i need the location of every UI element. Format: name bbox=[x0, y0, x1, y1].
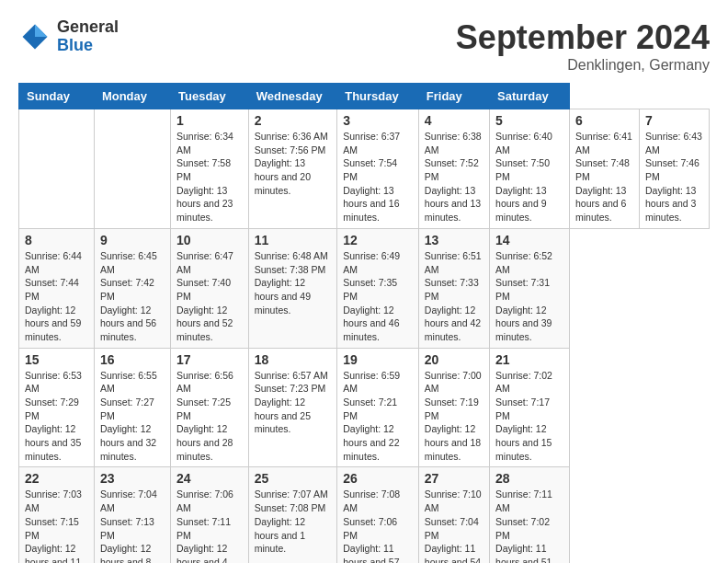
calendar-cell: 24Sunrise: 7:06 AMSunset: 7:11 PMDayligh… bbox=[171, 467, 249, 563]
calendar-cell: 1Sunrise: 6:34 AMSunset: 7:58 PMDaylight… bbox=[171, 109, 249, 229]
day-number: 16 bbox=[100, 352, 165, 367]
calendar-cell: 19Sunrise: 6:59 AMSunset: 7:21 PMDayligh… bbox=[337, 348, 419, 467]
day-number: 26 bbox=[343, 471, 413, 486]
svg-marker-1 bbox=[35, 24, 48, 37]
day-detail: Sunrise: 6:47 AMSunset: 7:40 PMDaylight:… bbox=[176, 249, 243, 344]
day-detail: Sunrise: 7:11 AMSunset: 7:02 PMDaylight:… bbox=[495, 488, 563, 563]
day-detail: Sunrise: 7:06 AMSunset: 7:11 PMDaylight:… bbox=[176, 488, 243, 563]
day-number: 13 bbox=[425, 233, 483, 247]
calendar-cell: 14Sunrise: 6:52 AMSunset: 7:31 PMDayligh… bbox=[490, 228, 570, 348]
calendar-cell: 23Sunrise: 7:04 AMSunset: 7:13 PMDayligh… bbox=[94, 467, 170, 563]
calendar-cell: 15Sunrise: 6:53 AMSunset: 7:29 PMDayligh… bbox=[19, 348, 95, 467]
day-number: 11 bbox=[255, 233, 332, 247]
day-number: 12 bbox=[343, 233, 413, 247]
weekday-header-row: SundayMondayTuesdayWednesdayThursdayFrid… bbox=[19, 84, 710, 109]
month-title: September 2024 bbox=[456, 18, 710, 57]
day-detail: Sunrise: 6:40 AMSunset: 7:50 PMDaylight:… bbox=[495, 130, 563, 224]
calendar-cell: 27Sunrise: 7:10 AMSunset: 7:04 PMDayligh… bbox=[418, 467, 489, 563]
weekday-header-friday: Friday bbox=[418, 84, 489, 109]
day-number: 20 bbox=[425, 352, 483, 367]
weekday-header-wednesday: Wednesday bbox=[248, 84, 337, 109]
title-block: September 2024 Denklingen, Germany bbox=[456, 18, 710, 74]
calendar-cell: 20Sunrise: 7:00 AMSunset: 7:19 PMDayligh… bbox=[418, 348, 489, 467]
day-number: 15 bbox=[25, 352, 88, 367]
day-detail: Sunrise: 6:57 AMSunset: 7:23 PMDaylight:… bbox=[255, 369, 332, 436]
day-number: 22 bbox=[25, 471, 88, 486]
location: Denklingen, Germany bbox=[456, 57, 710, 74]
day-number: 21 bbox=[495, 352, 563, 367]
day-detail: Sunrise: 6:38 AMSunset: 7:52 PMDaylight:… bbox=[425, 130, 483, 224]
day-detail: Sunrise: 6:34 AMSunset: 7:58 PMDaylight:… bbox=[176, 130, 243, 224]
calendar-cell: 6Sunrise: 6:41 AMSunset: 7:48 PMDaylight… bbox=[569, 109, 639, 229]
calendar-cell: 2Sunrise: 6:36 AMSunset: 7:56 PMDaylight… bbox=[248, 109, 337, 229]
day-detail: Sunrise: 6:55 AMSunset: 7:27 PMDaylight:… bbox=[100, 369, 165, 464]
day-number: 3 bbox=[343, 113, 413, 128]
calendar-cell: 7Sunrise: 6:43 AMSunset: 7:46 PMDaylight… bbox=[639, 109, 709, 229]
weekday-header-thursday: Thursday bbox=[337, 84, 419, 109]
day-detail: Sunrise: 7:07 AMSunset: 7:08 PMDaylight:… bbox=[255, 488, 332, 555]
day-detail: Sunrise: 6:45 AMSunset: 7:42 PMDaylight:… bbox=[100, 249, 165, 344]
day-number: 10 bbox=[176, 233, 243, 247]
calendar-cell: 21Sunrise: 7:02 AMSunset: 7:17 PMDayligh… bbox=[490, 348, 570, 467]
calendar-cell: 17Sunrise: 6:56 AMSunset: 7:25 PMDayligh… bbox=[171, 348, 249, 467]
day-number: 2 bbox=[255, 113, 332, 128]
calendar-week-row: 8Sunrise: 6:44 AMSunset: 7:44 PMDaylight… bbox=[19, 228, 710, 348]
day-number: 27 bbox=[425, 471, 483, 486]
calendar-cell: 28Sunrise: 7:11 AMSunset: 7:02 PMDayligh… bbox=[490, 467, 570, 563]
day-number: 24 bbox=[176, 471, 243, 486]
logo-general-text: General bbox=[57, 18, 119, 37]
calendar-cell: 3Sunrise: 6:37 AMSunset: 7:54 PMDaylight… bbox=[337, 109, 419, 229]
calendar-cell: 4Sunrise: 6:38 AMSunset: 7:52 PMDaylight… bbox=[418, 109, 489, 229]
logo-blue-text: Blue bbox=[57, 37, 119, 55]
day-detail: Sunrise: 6:44 AMSunset: 7:44 PMDaylight:… bbox=[25, 249, 88, 344]
calendar-cell bbox=[94, 109, 170, 229]
calendar-cell: 12Sunrise: 6:49 AMSunset: 7:35 PMDayligh… bbox=[337, 228, 419, 348]
day-detail: Sunrise: 6:51 AMSunset: 7:33 PMDaylight:… bbox=[425, 249, 483, 344]
day-detail: Sunrise: 6:59 AMSunset: 7:21 PMDaylight:… bbox=[343, 369, 413, 464]
logo-icon bbox=[18, 20, 51, 53]
day-number: 23 bbox=[100, 471, 165, 486]
day-number: 4 bbox=[425, 113, 483, 128]
day-detail: Sunrise: 6:48 AMSunset: 7:38 PMDaylight:… bbox=[255, 249, 332, 316]
day-detail: Sunrise: 7:04 AMSunset: 7:13 PMDaylight:… bbox=[100, 488, 165, 563]
calendar-cell: 18Sunrise: 6:57 AMSunset: 7:23 PMDayligh… bbox=[248, 348, 337, 467]
calendar-cell: 13Sunrise: 6:51 AMSunset: 7:33 PMDayligh… bbox=[418, 228, 489, 348]
calendar-week-row: 1Sunrise: 6:34 AMSunset: 7:58 PMDaylight… bbox=[19, 109, 710, 229]
day-detail: Sunrise: 6:53 AMSunset: 7:29 PMDaylight:… bbox=[25, 369, 88, 464]
day-number: 19 bbox=[343, 352, 413, 367]
day-detail: Sunrise: 6:36 AMSunset: 7:56 PMDaylight:… bbox=[255, 130, 332, 197]
day-detail: Sunrise: 7:08 AMSunset: 7:06 PMDaylight:… bbox=[343, 488, 413, 563]
day-number: 5 bbox=[495, 113, 563, 128]
calendar-table: SundayMondayTuesdayWednesdayThursdayFrid… bbox=[18, 83, 710, 563]
day-detail: Sunrise: 7:00 AMSunset: 7:19 PMDaylight:… bbox=[425, 369, 483, 464]
weekday-header-saturday: Saturday bbox=[490, 84, 570, 109]
day-number: 28 bbox=[495, 471, 563, 486]
day-number: 7 bbox=[645, 113, 703, 128]
day-number: 8 bbox=[25, 233, 88, 247]
calendar-cell: 25Sunrise: 7:07 AMSunset: 7:08 PMDayligh… bbox=[248, 467, 337, 563]
day-detail: Sunrise: 7:02 AMSunset: 7:17 PMDaylight:… bbox=[495, 369, 563, 464]
weekday-header-sunday: Sunday bbox=[19, 84, 95, 109]
day-number: 25 bbox=[255, 471, 332, 486]
day-detail: Sunrise: 6:49 AMSunset: 7:35 PMDaylight:… bbox=[343, 249, 413, 344]
calendar-cell: 10Sunrise: 6:47 AMSunset: 7:40 PMDayligh… bbox=[171, 228, 249, 348]
day-number: 18 bbox=[255, 352, 332, 367]
day-detail: Sunrise: 6:56 AMSunset: 7:25 PMDaylight:… bbox=[176, 369, 243, 464]
calendar-cell: 5Sunrise: 6:40 AMSunset: 7:50 PMDaylight… bbox=[490, 109, 570, 229]
calendar-cell: 8Sunrise: 6:44 AMSunset: 7:44 PMDaylight… bbox=[19, 228, 95, 348]
calendar-cell: 26Sunrise: 7:08 AMSunset: 7:06 PMDayligh… bbox=[337, 467, 419, 563]
calendar-cell: 9Sunrise: 6:45 AMSunset: 7:42 PMDaylight… bbox=[94, 228, 170, 348]
calendar-cell bbox=[19, 109, 95, 229]
calendar-cell: 11Sunrise: 6:48 AMSunset: 7:38 PMDayligh… bbox=[248, 228, 337, 348]
page-header: General Blue September 2024 Denklingen, … bbox=[18, 18, 710, 74]
calendar-week-row: 22Sunrise: 7:03 AMSunset: 7:15 PMDayligh… bbox=[19, 467, 710, 563]
calendar-cell: 16Sunrise: 6:55 AMSunset: 7:27 PMDayligh… bbox=[94, 348, 170, 467]
day-number: 14 bbox=[495, 233, 563, 247]
day-detail: Sunrise: 6:37 AMSunset: 7:54 PMDaylight:… bbox=[343, 130, 413, 224]
day-detail: Sunrise: 7:10 AMSunset: 7:04 PMDaylight:… bbox=[425, 488, 483, 563]
logo: General Blue bbox=[18, 18, 119, 55]
logo-text: General Blue bbox=[57, 18, 119, 55]
weekday-header-monday: Monday bbox=[94, 84, 170, 109]
day-detail: Sunrise: 6:41 AMSunset: 7:48 PMDaylight:… bbox=[575, 130, 633, 224]
day-number: 6 bbox=[575, 113, 633, 128]
